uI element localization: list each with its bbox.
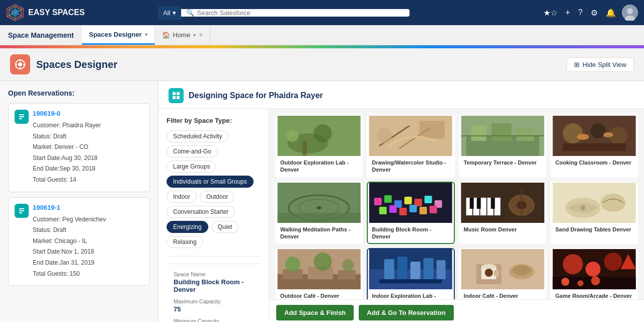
designer-title: Designing Space for Phaidra Rayer [189,91,323,100]
space-card-label-building-block: Building Block Room - Denver [368,223,453,244]
space-card-cooking-classroom[interactable]: Cooking Classroom - Denver [550,115,638,178]
space-card-img-sand [551,183,637,223]
main-content: Open Reservations: 190619-0 Customer: Ph… [0,81,644,322]
search-all-button[interactable]: All ▾ [158,6,181,20]
favorites-icon[interactable]: ★☆ [541,6,559,20]
svg-point-86 [342,259,354,271]
space-card-indoor-cafe[interactable]: Indoor Café - Denver [459,248,546,299]
top-nav-icons: ★☆ + ? ⚙ 🔔 [541,5,638,21]
space-card-music-room[interactable]: Music Room Denver [459,182,546,245]
svg-rect-66 [480,198,486,215]
space-card-img-cooking [551,116,637,156]
svg-rect-70 [476,198,480,209]
search-bar: All ▾ 🔍 [158,6,410,20]
space-card-outdoor-exploration[interactable]: Outdoor Exploration Lab - Denver [275,115,363,178]
filter-come-and-go[interactable]: Come-and-Go [167,145,218,157]
tab-spaces-designer-label: Spaces Designer [89,31,142,38]
svg-rect-33 [516,128,534,141]
tab-home-close-icon[interactable]: ✕ [199,32,203,38]
space-card-img-game-room [551,249,637,289]
svg-point-46 [316,206,321,209]
space-card-label-outdoor-cafe: Outdoor Café - Denver [276,289,362,299]
space-name-value: Building Block Room - Denver [174,278,254,293]
filter-panel: Filter by Space Type: Scheduled Activity… [158,109,269,322]
space-card-drawing-watercolor[interactable]: Drawing/Watercolor Studio - Denver [367,115,454,178]
space-card-img-music [460,183,545,223]
svg-rect-15 [173,92,176,95]
space-card-label-walking: Walking Meditation Paths - Denver [276,223,362,244]
filter-energizing[interactable]: Energizing [167,221,208,233]
search-input[interactable] [197,9,405,17]
reservation-id-link-1[interactable]: 190619-1 [33,204,143,211]
reservation-details-1: Customer: Peg Vedenichev Status: Draft M… [33,214,143,280]
svg-rect-50 [384,195,392,203]
space-details-section: Space Name Building Block Room - Denver … [167,256,261,322]
filter-quiet[interactable]: Quiet [211,221,239,233]
filter-individuals-small[interactable]: Individuals or Small Groups [167,176,254,188]
space-card-img-outdoor-exploration [276,116,362,156]
filter-outdoor[interactable]: Outdoor [200,191,234,203]
hide-split-view-button[interactable]: ⊞ Hide Split View [567,57,634,72]
space-card-building-block[interactable]: Building Block Room - Denver [367,182,454,245]
svg-rect-52 [405,197,412,204]
svg-point-110 [577,280,583,286]
tab-home-dropdown-icon: ▾ [193,32,196,38]
add-icon[interactable]: + [564,6,572,19]
space-card-outdoor-cafe[interactable]: Outdoor Café - Denver [275,248,363,299]
space-card-label-indoor-exploration: Indoor Exploration Lab - Denver [368,289,453,299]
svg-rect-71 [491,198,495,209]
reservation-card-0: 190619-0 Customer: Phaidra Rayer Status:… [8,103,150,192]
space-card-img-building-block [368,183,453,223]
filter-conversation-starter[interactable]: Conversation Starter [167,206,235,218]
bottom-actions: Add Space & Finish Add & Go To Reservati… [269,299,644,322]
svg-rect-89 [384,259,394,279]
space-card-img-indoor-cafe [460,249,545,289]
space-card-label-cooking: Cooking Classroom - Denver [551,156,637,169]
search-input-wrap: 🔍 [181,9,410,17]
svg-rect-32 [491,123,511,141]
space-card-img-outdoor-cafe [276,249,362,289]
tab-home-label: Home [173,31,191,39]
svg-rect-68 [494,198,500,215]
svg-point-27 [377,128,392,143]
svg-rect-56 [379,207,387,214]
svg-rect-57 [389,205,397,213]
filter-indoor[interactable]: Indoor [167,191,197,203]
svg-rect-17 [173,96,176,99]
space-card-temporary-terrace[interactable]: Temporary Terrace - Denver [459,115,546,178]
designer-header: Designing Space for Phaidra Rayer [158,81,644,109]
tab-home[interactable]: 🏠 Home ▾ ✕ [155,25,211,45]
home-icon: 🏠 [162,31,170,39]
svg-rect-16 [177,92,180,95]
svg-point-41 [603,132,613,137]
page-header-left: Spaces Designer [10,54,117,74]
settings-icon[interactable]: ⚙ [589,6,600,20]
space-card-label-game-room: Game Room/Arcade - Denver [551,289,637,299]
logo-icon [6,4,24,22]
reservation-id-link-0[interactable]: 190619-0 [33,110,143,117]
space-card-game-room[interactable]: Game Room/Arcade - Denver [550,248,638,299]
svg-point-105 [585,262,600,277]
space-card-walking-meditation[interactable]: Walking Meditation Paths - Denver [275,182,363,245]
dropdown-arrow-icon: ▾ [173,9,176,17]
space-card-sand-drawing[interactable]: Sand Drawing Tables Denver [550,182,638,245]
filter-relaxing[interactable]: Relaxing [167,236,203,248]
svg-point-37 [590,123,605,138]
split-view-icon: ⊞ [574,61,580,68]
svg-point-77 [580,205,585,210]
add-go-to-reservation-button[interactable]: Add & Go To Reservation [359,305,454,320]
filter-large-groups[interactable]: Large Groups [167,160,216,173]
tabs-area: Spaces Designer ▾ 🏠 Home ▾ ✕ [82,25,210,45]
svg-rect-18 [177,96,180,99]
help-icon[interactable]: ? [576,6,585,19]
avatar[interactable] [622,5,638,21]
page-header: Spaces Designer ⊞ Hide Split View [0,48,644,81]
notifications-icon[interactable]: 🔔 [604,6,618,20]
filter-scheduled-activity[interactable]: Scheduled Activity [167,130,228,142]
add-space-finish-button[interactable]: Add Space & Finish [276,305,354,320]
svg-point-111 [591,276,600,285]
space-card-img-indoor-exploration [368,249,453,289]
tab-spaces-designer[interactable]: Spaces Designer ▾ [82,25,155,45]
space-card-indoor-exploration[interactable]: Indoor Exploration Lab - Denver [367,248,454,299]
space-card-label-temporary: Temporary Terrace - Denver [460,156,545,169]
